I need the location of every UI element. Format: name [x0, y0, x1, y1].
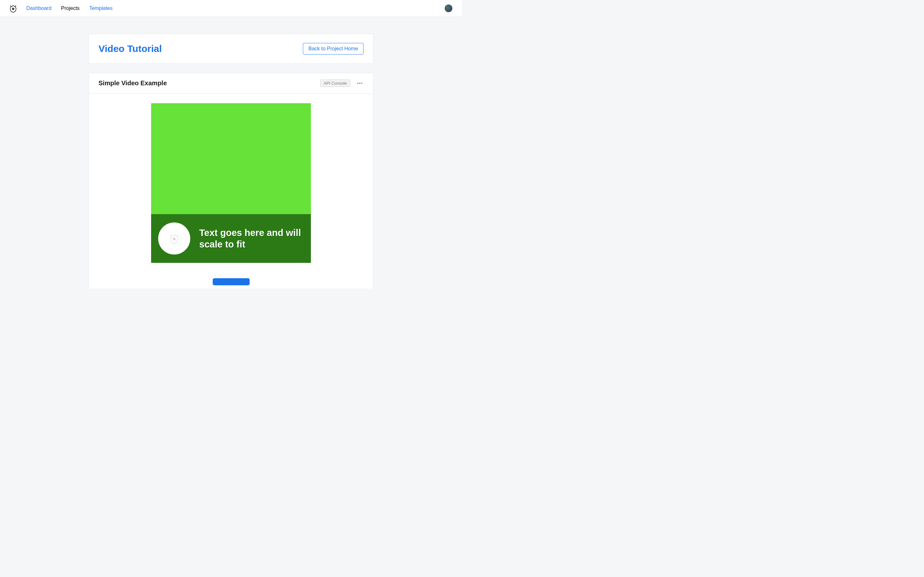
svg-point-5 [173, 237, 176, 240]
svg-point-3 [13, 8, 14, 8]
preview-area: Text goes here and will scale to fit [89, 93, 373, 288]
page-title: Video Tutorial [99, 43, 162, 54]
preview-overlay-text: Text goes here and will scale to fit [199, 227, 304, 250]
svg-point-1 [12, 8, 15, 10]
user-avatar[interactable] [445, 5, 452, 12]
dots-icon [357, 83, 359, 84]
preview-background-upđt= [151, 103, 311, 214]
back-to-project-home-button[interactable]: Back to Project Home [303, 43, 363, 55]
nav-projects[interactable]: Projects [61, 5, 79, 11]
preview-avatar-placeholder [158, 222, 190, 255]
api-console-button[interactable]: API Console [320, 79, 351, 87]
primary-action-button[interactable] [213, 278, 250, 285]
nav-templates[interactable]: Templates [89, 5, 113, 11]
nav-dashboard[interactable]: Dashboard [26, 5, 51, 11]
card-title: Simple Video Example [99, 79, 167, 87]
logo-icon[interactable] [10, 4, 17, 13]
top-navbar: Dashboard Projects Templates [0, 0, 462, 17]
nav-links: Dashboard Projects Templates [26, 5, 113, 11]
title-card: Video Tutorial Back to Project Home [89, 34, 373, 64]
more-options-button[interactable] [356, 81, 363, 85]
card-header-actions: API Console [320, 79, 363, 87]
preview-overlay-band: Text goes here and will scale to fit [151, 214, 311, 263]
content-area: Video Tutorial Back to Project Home Simp… [0, 17, 462, 288]
placeholder-icon [170, 233, 179, 244]
svg-point-2 [13, 8, 13, 8]
template-card: Simple Video Example API Console [89, 73, 373, 288]
video-preview: Text goes here and will scale to fit [151, 103, 311, 263]
card-header: Simple Video Example API Console [89, 73, 373, 93]
